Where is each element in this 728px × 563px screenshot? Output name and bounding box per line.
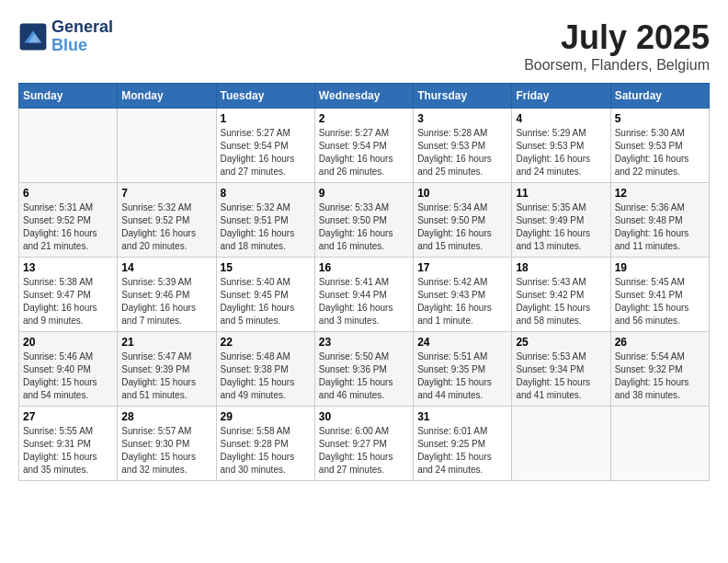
week-row-5: 27Sunrise: 5:55 AM Sunset: 9:31 PM Dayli…	[19, 407, 710, 481]
calendar-cell: 16Sunrise: 5:41 AM Sunset: 9:44 PM Dayli…	[314, 258, 413, 332]
day-number: 1	[221, 112, 311, 125]
day-info: Sunrise: 5:27 AM Sunset: 9:54 PM Dayligh…	[221, 127, 311, 178]
day-info: Sunrise: 5:41 AM Sunset: 9:44 PM Dayligh…	[319, 276, 409, 327]
calendar-cell: 19Sunrise: 5:45 AM Sunset: 9:41 PM Dayli…	[610, 258, 709, 332]
calendar-cell: 3Sunrise: 5:28 AM Sunset: 9:53 PM Daylig…	[414, 109, 512, 183]
day-header-monday: Monday	[118, 84, 216, 109]
day-info: Sunrise: 6:00 AM Sunset: 9:27 PM Dayligh…	[319, 425, 409, 477]
calendar-cell: 9Sunrise: 5:33 AM Sunset: 9:50 PM Daylig…	[314, 183, 413, 258]
calendar-cell	[19, 109, 118, 183]
calendar-cell	[610, 407, 709, 481]
day-info: Sunrise: 5:29 AM Sunset: 9:53 PM Dayligh…	[516, 127, 606, 178]
day-number: 27	[23, 410, 113, 423]
day-number: 25	[516, 336, 606, 349]
title-block: July 2025 Boorsem, Flanders, Belgium	[524, 18, 710, 74]
day-info: Sunrise: 5:32 AM Sunset: 9:51 PM Dayligh…	[221, 201, 311, 253]
main-title: July 2025	[524, 18, 710, 57]
calendar-table: SundayMondayTuesdayWednesdayThursdayFrid…	[18, 83, 710, 481]
calendar-cell: 15Sunrise: 5:40 AM Sunset: 9:45 PM Dayli…	[216, 258, 314, 332]
calendar-cell: 30Sunrise: 6:00 AM Sunset: 9:27 PM Dayli…	[314, 407, 413, 481]
day-number: 8	[221, 187, 311, 200]
calendar-cell: 5Sunrise: 5:30 AM Sunset: 9:53 PM Daylig…	[610, 109, 709, 183]
day-number: 18	[516, 261, 606, 274]
day-info: Sunrise: 5:27 AM Sunset: 9:54 PM Dayligh…	[319, 127, 409, 178]
day-info: Sunrise: 5:33 AM Sunset: 9:50 PM Dayligh…	[319, 201, 409, 253]
day-info: Sunrise: 5:58 AM Sunset: 9:28 PM Dayligh…	[221, 425, 311, 477]
day-info: Sunrise: 5:34 AM Sunset: 9:50 PM Dayligh…	[417, 201, 507, 253]
logo-text: General Blue	[51, 18, 113, 55]
day-header-friday: Friday	[512, 84, 610, 109]
day-info: Sunrise: 5:57 AM Sunset: 9:30 PM Dayligh…	[121, 425, 211, 477]
day-number: 19	[615, 261, 705, 274]
logo-icon	[18, 22, 48, 52]
day-number: 3	[417, 112, 507, 125]
calendar-cell: 25Sunrise: 5:53 AM Sunset: 9:34 PM Dayli…	[512, 332, 610, 407]
day-info: Sunrise: 5:50 AM Sunset: 9:36 PM Dayligh…	[319, 350, 409, 402]
day-info: Sunrise: 5:36 AM Sunset: 9:48 PM Dayligh…	[615, 201, 705, 253]
day-number: 2	[319, 112, 409, 125]
day-info: Sunrise: 5:48 AM Sunset: 9:38 PM Dayligh…	[221, 350, 311, 402]
day-info: Sunrise: 5:39 AM Sunset: 9:46 PM Dayligh…	[121, 276, 211, 327]
day-number: 24	[417, 336, 507, 349]
day-info: Sunrise: 5:53 AM Sunset: 9:34 PM Dayligh…	[516, 350, 606, 402]
calendar-cell: 6Sunrise: 5:31 AM Sunset: 9:52 PM Daylig…	[19, 183, 118, 258]
calendar-cell: 13Sunrise: 5:38 AM Sunset: 9:47 PM Dayli…	[19, 258, 118, 332]
day-number: 22	[221, 336, 311, 349]
calendar-cell: 10Sunrise: 5:34 AM Sunset: 9:50 PM Dayli…	[414, 183, 512, 258]
day-number: 28	[121, 410, 211, 423]
week-row-1: 1Sunrise: 5:27 AM Sunset: 9:54 PM Daylig…	[19, 109, 710, 183]
day-info: Sunrise: 5:32 AM Sunset: 9:52 PM Dayligh…	[121, 201, 211, 253]
day-info: Sunrise: 5:40 AM Sunset: 9:45 PM Dayligh…	[221, 276, 311, 327]
calendar-cell: 22Sunrise: 5:48 AM Sunset: 9:38 PM Dayli…	[216, 332, 314, 407]
day-header-tuesday: Tuesday	[216, 84, 314, 109]
day-number: 26	[615, 336, 705, 349]
day-number: 10	[417, 187, 507, 200]
calendar-cell: 18Sunrise: 5:43 AM Sunset: 9:42 PM Dayli…	[512, 258, 610, 332]
calendar-cell	[512, 407, 610, 481]
day-info: Sunrise: 5:55 AM Sunset: 9:31 PM Dayligh…	[23, 425, 113, 477]
calendar-cell: 20Sunrise: 5:46 AM Sunset: 9:40 PM Dayli…	[19, 332, 118, 407]
day-header-saturday: Saturday	[610, 84, 709, 109]
calendar-header-row: SundayMondayTuesdayWednesdayThursdayFrid…	[19, 84, 710, 109]
calendar-cell: 1Sunrise: 5:27 AM Sunset: 9:54 PM Daylig…	[216, 109, 314, 183]
day-info: Sunrise: 5:46 AM Sunset: 9:40 PM Dayligh…	[23, 350, 113, 402]
day-number: 29	[221, 410, 311, 423]
day-info: Sunrise: 6:01 AM Sunset: 9:25 PM Dayligh…	[417, 425, 507, 477]
calendar-cell: 24Sunrise: 5:51 AM Sunset: 9:35 PM Dayli…	[414, 332, 512, 407]
day-number: 15	[221, 261, 311, 274]
logo: General Blue	[18, 18, 113, 55]
calendar-cell: 12Sunrise: 5:36 AM Sunset: 9:48 PM Dayli…	[610, 183, 709, 258]
calendar-cell: 4Sunrise: 5:29 AM Sunset: 9:53 PM Daylig…	[512, 109, 610, 183]
day-number: 30	[319, 410, 409, 423]
day-info: Sunrise: 5:43 AM Sunset: 9:42 PM Dayligh…	[516, 276, 606, 327]
calendar-cell: 31Sunrise: 6:01 AM Sunset: 9:25 PM Dayli…	[414, 407, 512, 481]
day-info: Sunrise: 5:38 AM Sunset: 9:47 PM Dayligh…	[23, 276, 113, 327]
day-number: 14	[121, 261, 211, 274]
calendar-cell: 17Sunrise: 5:42 AM Sunset: 9:43 PM Dayli…	[414, 258, 512, 332]
day-info: Sunrise: 5:45 AM Sunset: 9:41 PM Dayligh…	[615, 276, 705, 327]
calendar-cell: 2Sunrise: 5:27 AM Sunset: 9:54 PM Daylig…	[314, 109, 413, 183]
day-number: 7	[121, 187, 211, 200]
day-info: Sunrise: 5:54 AM Sunset: 9:32 PM Dayligh…	[615, 350, 705, 402]
calendar-cell: 27Sunrise: 5:55 AM Sunset: 9:31 PM Dayli…	[19, 407, 118, 481]
day-number: 11	[516, 187, 606, 200]
day-header-sunday: Sunday	[19, 84, 118, 109]
calendar-cell: 23Sunrise: 5:50 AM Sunset: 9:36 PM Dayli…	[314, 332, 413, 407]
calendar-cell: 28Sunrise: 5:57 AM Sunset: 9:30 PM Dayli…	[118, 407, 216, 481]
calendar-cell	[118, 109, 216, 183]
calendar-cell: 7Sunrise: 5:32 AM Sunset: 9:52 PM Daylig…	[118, 183, 216, 258]
day-number: 16	[319, 261, 409, 274]
day-number: 6	[23, 187, 113, 200]
week-row-4: 20Sunrise: 5:46 AM Sunset: 9:40 PM Dayli…	[19, 332, 710, 407]
day-number: 21	[121, 336, 211, 349]
day-number: 23	[319, 336, 409, 349]
day-number: 12	[615, 187, 705, 200]
day-number: 17	[417, 261, 507, 274]
day-info: Sunrise: 5:47 AM Sunset: 9:39 PM Dayligh…	[121, 350, 211, 402]
page-header: General Blue July 2025 Boorsem, Flanders…	[18, 18, 710, 74]
day-info: Sunrise: 5:51 AM Sunset: 9:35 PM Dayligh…	[417, 350, 507, 402]
day-info: Sunrise: 5:31 AM Sunset: 9:52 PM Dayligh…	[23, 201, 113, 253]
week-row-3: 13Sunrise: 5:38 AM Sunset: 9:47 PM Dayli…	[19, 258, 710, 332]
calendar-cell: 21Sunrise: 5:47 AM Sunset: 9:39 PM Dayli…	[118, 332, 216, 407]
day-number: 4	[516, 112, 606, 125]
